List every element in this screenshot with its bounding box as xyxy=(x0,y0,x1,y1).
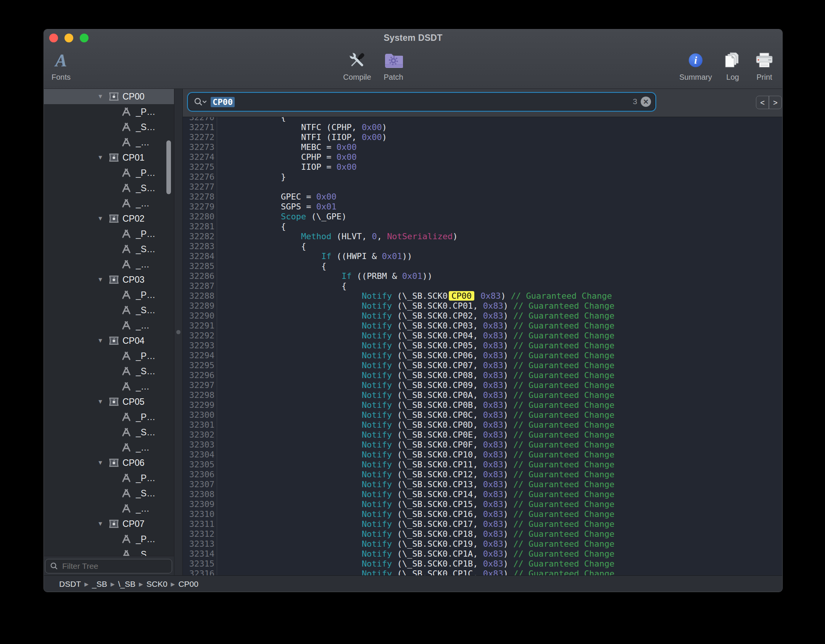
tree-row-method[interactable]: _… xyxy=(44,135,174,150)
tree-row-scope[interactable]: ▼CP04 xyxy=(44,333,174,348)
method-icon xyxy=(121,305,131,315)
tree-item-label: _… xyxy=(136,501,150,516)
tree-row-method[interactable]: _P… xyxy=(44,226,174,242)
find-prev-next-group: < > xyxy=(756,96,782,109)
disclosure-triangle-icon[interactable]: ▼ xyxy=(96,394,105,409)
tree-row-method[interactable]: _… xyxy=(44,501,174,516)
find-input[interactable]: CP00 3 ✕ xyxy=(189,93,655,110)
tree-row-scope[interactable]: ▼CP02 xyxy=(44,211,174,226)
sidebar-tree[interactable]: ▼CP00_P…_S…_…▼CP01_P…_S…_…▼CP02_P…_S…_…▼… xyxy=(44,89,174,556)
code-token: (\_SB.SCK0.CP01, xyxy=(392,301,483,311)
code-text: Notify (\_SB.SCK0.CP1C, 0x83) // Guarant… xyxy=(217,569,614,575)
summary-toolbar-button[interactable]: i Summary xyxy=(675,49,717,82)
code-text: Notify (\_SB.SCK0.CP1A, 0x83) // Guarant… xyxy=(217,549,614,559)
tree-row-method[interactable]: _P… xyxy=(44,104,174,119)
code-token xyxy=(220,450,362,459)
pane-splitter[interactable] xyxy=(174,89,183,575)
code-token xyxy=(220,440,362,449)
sidebar-scrollbar[interactable] xyxy=(166,140,171,194)
tree-row-method[interactable]: _P… xyxy=(44,348,174,364)
tree-row-method[interactable]: _… xyxy=(44,257,174,272)
fonts-toolbar-button[interactable]: A Fonts xyxy=(44,49,82,82)
disclosure-triangle-icon[interactable]: ▼ xyxy=(96,455,105,470)
tree-row-scope[interactable]: ▼CP06 xyxy=(44,455,174,470)
code-token xyxy=(220,361,362,370)
patch-toolbar-button[interactable]: Patch xyxy=(372,49,414,82)
code-token xyxy=(220,341,362,350)
line-number: 32286 xyxy=(183,271,217,281)
code-line: 32306 Notify (\_SB.SCK0.CP12, 0x83) // G… xyxy=(183,470,783,480)
code-text: CPHP = 0x00 xyxy=(217,152,357,162)
print-toolbar-button[interactable]: Print xyxy=(743,49,783,82)
compile-toolbar-button[interactable]: Compile xyxy=(336,49,378,82)
scope-icon xyxy=(109,336,119,345)
code-token: ) xyxy=(503,311,514,320)
disclosure-triangle-icon[interactable]: ▼ xyxy=(96,333,105,348)
disclosure-triangle-icon[interactable]: ▼ xyxy=(96,150,105,165)
tree-row-method[interactable]: _P… xyxy=(44,409,174,425)
code-token xyxy=(220,549,362,559)
tree-row-method[interactable]: _S… xyxy=(44,303,174,318)
code-token: (\_SB.SCK0.CP04, xyxy=(392,331,483,340)
find-previous-button[interactable]: < xyxy=(756,96,769,109)
code-editor[interactable]: 32270 {32271 NTFC (CPHP, 0x00)32272 NTFI… xyxy=(183,117,783,575)
code-token xyxy=(220,311,362,320)
tree-row-method[interactable]: _P… xyxy=(44,470,174,486)
tree-row-method[interactable]: _… xyxy=(44,196,174,211)
code-token: // Guaranteed Change xyxy=(513,460,614,469)
code-line: 32276 } xyxy=(183,172,783,182)
filter-tree-input[interactable] xyxy=(61,561,158,571)
disclosure-triangle-icon[interactable]: ▼ xyxy=(96,516,105,531)
tree-row-method[interactable]: _P… xyxy=(44,165,174,180)
tree-row-method[interactable]: _P… xyxy=(44,531,174,547)
tree-row-method[interactable]: _S… xyxy=(44,425,174,440)
tree-row-scope[interactable]: ▼CP01 xyxy=(44,150,174,165)
scope-icon xyxy=(109,519,119,528)
code-line: 32290 Notify (\_SB.SCK0.CP02, 0x83) // G… xyxy=(183,311,783,321)
method-icon xyxy=(121,122,131,132)
tree-item-label: CP06 xyxy=(122,455,145,470)
breadcrumb-item[interactable]: \_SB xyxy=(118,580,135,589)
breadcrumb-item[interactable]: DSDT xyxy=(59,580,81,589)
tree-row-method[interactable]: _… xyxy=(44,318,174,333)
disclosure-triangle-icon[interactable]: ▼ xyxy=(96,89,105,104)
breadcrumb[interactable]: DSDT▶_SB▶\_SB▶SCK0▶CP00 xyxy=(44,575,782,592)
tree-item-label: _S… xyxy=(136,180,155,196)
tree-row-method[interactable]: _S… xyxy=(44,119,174,135)
disclosure-triangle-icon[interactable]: ▼ xyxy=(96,272,105,287)
line-number: 32290 xyxy=(183,311,217,321)
line-number: 32305 xyxy=(183,460,217,470)
tree-row-method[interactable]: _… xyxy=(44,440,174,455)
clear-search-icon[interactable]: ✕ xyxy=(641,97,651,107)
tree-item-label: _… xyxy=(136,196,150,211)
breadcrumb-item[interactable]: _SB xyxy=(92,580,107,589)
code-text: GPEC = 0x00 xyxy=(217,192,337,202)
tree-row-scope[interactable]: ▼CP07 xyxy=(44,516,174,531)
code-line: 32295 Notify (\_SB.SCK0.CP07, 0x83) // G… xyxy=(183,361,783,370)
code-token: (\_SB.SCK0.CP16, xyxy=(392,509,483,519)
code-token: Notify xyxy=(362,311,392,320)
code-token: Notify xyxy=(362,390,392,400)
filter-tree-field[interactable] xyxy=(45,559,172,573)
code-token xyxy=(220,321,362,330)
tree-row-method[interactable]: _S… xyxy=(44,364,174,379)
tree-row-method[interactable]: _S… xyxy=(44,547,174,556)
code-line: 32301 Notify (\_SB.SCK0.CP0D, 0x83) // G… xyxy=(183,420,783,430)
tree-row-scope[interactable]: ▼CP00 xyxy=(44,89,174,104)
code-token: ) xyxy=(503,440,514,449)
tree-row-method[interactable]: _P… xyxy=(44,287,174,303)
tree-row-method[interactable]: _S… xyxy=(44,180,174,196)
code-line: 32293 Notify (\_SB.SCK0.CP05, 0x83) // G… xyxy=(183,341,783,351)
code-token: (\_GPE) xyxy=(306,212,346,221)
find-next-button[interactable]: > xyxy=(769,96,781,109)
tree-row-method[interactable]: _S… xyxy=(44,242,174,257)
tree-row-method[interactable]: _S… xyxy=(44,486,174,501)
code-token: Scope xyxy=(281,212,306,221)
disclosure-triangle-icon[interactable]: ▼ xyxy=(96,211,105,226)
tree-row-method[interactable]: _… xyxy=(44,379,174,394)
breadcrumb-item[interactable]: CP00 xyxy=(178,580,198,589)
code-token: // Guaranteed Change xyxy=(513,380,614,390)
tree-row-scope[interactable]: ▼CP03 xyxy=(44,272,174,287)
tree-row-scope[interactable]: ▼CP05 xyxy=(44,394,174,409)
breadcrumb-item[interactable]: SCK0 xyxy=(147,580,168,589)
